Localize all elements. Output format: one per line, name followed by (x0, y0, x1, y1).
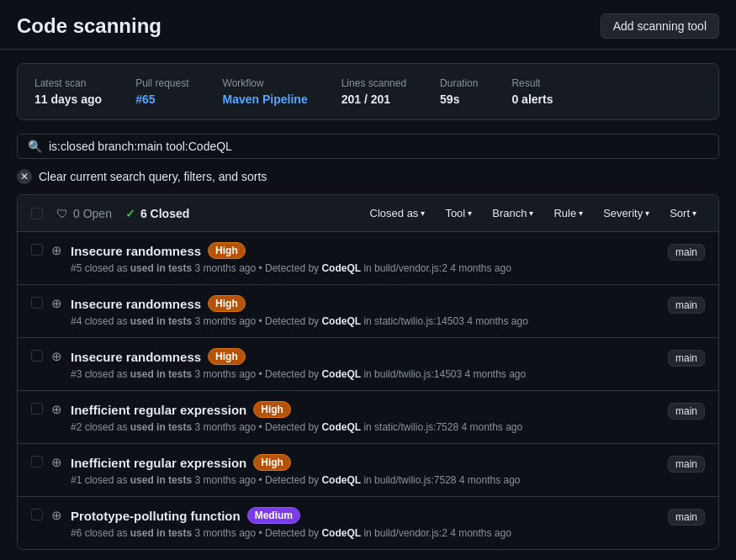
severity-badge: High (208, 348, 246, 365)
row-checkbox[interactable] (31, 244, 43, 256)
sort-filter[interactable]: Sort ▾ (661, 203, 705, 223)
search-icon: 🔍 (28, 140, 42, 153)
alerts-list: ⊕ Insecure randomness High #5 closed as … (18, 232, 718, 549)
branch-tag: main (668, 350, 705, 367)
alert-content: Prototype-polluting function Medium #6 c… (71, 507, 659, 539)
pull-request-value[interactable]: #65 (135, 92, 155, 106)
alert-name[interactable]: Prototype-polluting function (71, 509, 241, 523)
search-bar: 🔍 (17, 134, 719, 159)
severity-badge: Medium (247, 507, 300, 524)
usage-text: used in tests (130, 262, 192, 274)
tool-name: CodeQL (321, 262, 361, 274)
alert-name[interactable]: Insecure randomness (71, 350, 201, 364)
severity-filter[interactable]: Severity ▾ (595, 203, 658, 223)
row-checkbox[interactable] (31, 297, 43, 309)
row-checkbox[interactable] (31, 456, 43, 468)
alert-title-row: Insecure randomness High (71, 348, 659, 365)
tool-name: CodeQL (321, 315, 361, 327)
clear-filter-row[interactable]: ✕ Clear current search query, filters, a… (17, 169, 719, 184)
alert-content: Inefficient regular expression High #2 c… (71, 401, 659, 433)
row-checkbox[interactable] (31, 350, 43, 362)
issue-number: #2 (71, 421, 82, 433)
table-row: ⊕ Insecure randomness High #5 closed as … (18, 232, 718, 285)
table-row: ⊕ Insecure randomness High #3 closed as … (18, 338, 718, 391)
alert-name[interactable]: Inefficient regular expression (71, 456, 246, 470)
closed-text: closed as (85, 368, 130, 380)
select-all-checkbox[interactable] (31, 208, 43, 219)
table-row: ⊕ Inefficient regular expression High #1… (18, 444, 718, 497)
clear-filter-text: Clear current search query, filters, and… (39, 170, 267, 183)
chevron-down-icon: ▾ (529, 209, 533, 218)
result-info: Result 0 alerts (511, 77, 553, 106)
alert-title-row: Insecure randomness High (71, 242, 659, 259)
results-header-left: 🛡 0 Open ✓ 6 Closed (31, 207, 189, 220)
alert-title-row: Inefficient regular expression High (71, 454, 659, 471)
shield-icon: ⊕ (51, 508, 62, 523)
workflow-value[interactable]: Maven Pipeline (223, 92, 308, 106)
usage-text: used in tests (130, 421, 192, 433)
time-closed: 3 months ago • Detected by (194, 315, 321, 327)
shield-icon: ⊕ (51, 402, 62, 417)
closed-as-filter[interactable]: Closed as ▾ (362, 203, 434, 223)
time-closed: 3 months ago • Detected by (194, 527, 321, 539)
alert-content: Insecure randomness High #5 closed as us… (71, 242, 659, 274)
rule-filter[interactable]: Rule ▾ (545, 203, 591, 223)
closed-count[interactable]: ✓ 6 Closed (125, 207, 189, 220)
latest-scan-info: Latest scan 11 days ago (34, 77, 102, 106)
branch-tag: main (668, 456, 705, 473)
alert-name[interactable]: Inefficient regular expression (71, 403, 246, 417)
results-header-right: Closed as ▾ Tool ▾ Branch ▾ Rule ▾ Sever… (362, 203, 705, 223)
shield-icon: ⊕ (51, 296, 62, 311)
alert-name[interactable]: Insecure randomness (71, 244, 201, 258)
shield-icon: ⊕ (51, 349, 62, 364)
usage-text: used in tests (130, 368, 192, 380)
duration-info: Duration 59s (440, 77, 478, 106)
shield-icon: ⊕ (51, 243, 62, 258)
alert-name[interactable]: Insecure randomness (71, 297, 201, 311)
workflow-info: Workflow Maven Pipeline (223, 77, 308, 106)
add-scanning-tool-button[interactable]: Add scanning tool (601, 13, 719, 39)
row-checkbox[interactable] (31, 509, 43, 520)
chevron-down-icon: ▾ (579, 209, 583, 218)
open-count[interactable]: 🛡 0 Open (56, 207, 112, 220)
result-label: Result (511, 77, 553, 89)
alert-title-row: Insecure randomness High (71, 295, 659, 312)
issue-number: #1 (71, 474, 82, 486)
open-count-label: 0 Open (73, 207, 112, 220)
row-checkbox[interactable] (31, 403, 43, 415)
closed-text: closed as (85, 421, 130, 433)
duration-label: Duration (440, 77, 478, 89)
branch-filter[interactable]: Branch ▾ (484, 203, 542, 223)
alert-title-row: Inefficient regular expression High (71, 401, 659, 418)
alert-content: Insecure randomness High #4 closed as us… (71, 295, 659, 327)
chevron-down-icon: ▾ (692, 209, 696, 218)
alert-meta: #6 closed as used in tests 3 months ago … (71, 527, 659, 539)
check-icon: ✓ (125, 207, 135, 220)
branch-tag: main (668, 509, 705, 526)
location-text: in build/twilio.js:7528 4 months ago (363, 474, 520, 486)
tool-name: CodeQL (321, 421, 361, 433)
table-row: ⊕ Insecure randomness High #4 closed as … (18, 285, 718, 338)
alert-content: Insecure randomness High #3 closed as us… (71, 348, 659, 380)
alert-meta: #5 closed as used in tests 3 months ago … (71, 262, 659, 274)
tool-filter[interactable]: Tool ▾ (437, 203, 480, 223)
severity-badge: High (253, 454, 291, 471)
page-header: Code scanning Add scanning tool (0, 0, 736, 50)
closed-text: closed as (85, 527, 130, 539)
severity-badge: High (253, 401, 291, 418)
usage-text: used in tests (130, 315, 192, 327)
pull-request-info: Pull request #65 (135, 77, 188, 106)
clear-filter-button[interactable]: ✕ (17, 169, 32, 184)
issue-number: #3 (71, 368, 82, 380)
tool-name: CodeQL (321, 527, 361, 539)
location-text: in static/twilio.js:7528 4 months ago (363, 421, 522, 433)
time-closed: 3 months ago • Detected by (194, 262, 321, 274)
location-text: in build/vendor.js:2 4 months ago (363, 262, 511, 274)
chevron-down-icon: ▾ (421, 209, 425, 218)
search-input[interactable] (49, 140, 708, 153)
tool-name: CodeQL (321, 474, 361, 486)
branch-tag: main (668, 403, 705, 420)
branch-tag: main (668, 297, 705, 314)
severity-badge: High (208, 295, 246, 312)
alert-meta: #2 closed as used in tests 3 months ago … (71, 421, 659, 433)
